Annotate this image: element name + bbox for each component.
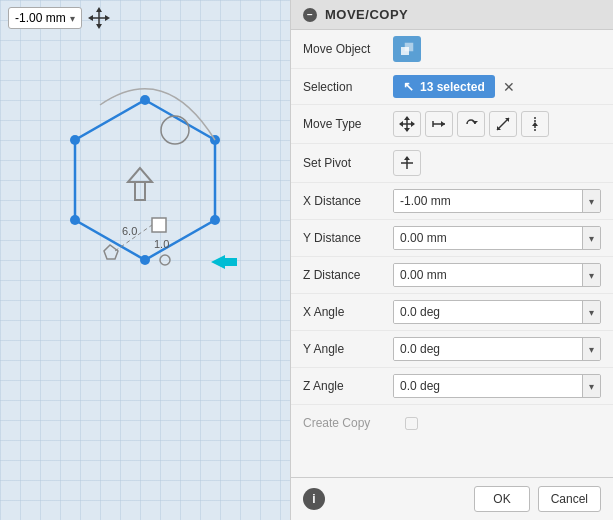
z-distance-row: Z Distance ▾	[291, 257, 613, 294]
svg-text:1.0: 1.0	[154, 238, 169, 250]
move-object-button[interactable]	[393, 36, 421, 62]
svg-text:6.0: 6.0	[122, 225, 137, 237]
y-distance-label: Y Distance	[303, 231, 393, 245]
svg-rect-16	[135, 182, 145, 200]
z-distance-dropdown-arrow[interactable]: ▾	[582, 264, 600, 286]
z-distance-content: ▾	[393, 263, 601, 287]
selection-badge[interactable]: ↖ 13 selected	[393, 75, 495, 98]
svg-rect-25	[405, 43, 413, 51]
move-object-row: Move Object	[291, 30, 613, 69]
cursor-icon: ↖	[403, 79, 414, 94]
svg-marker-28	[404, 116, 410, 120]
z-angle-input[interactable]	[394, 375, 582, 397]
svg-point-12	[70, 135, 80, 145]
ok-button[interactable]: OK	[474, 486, 529, 512]
y-angle-dropdown-arrow[interactable]: ▾	[582, 338, 600, 360]
x-distance-dropdown-arrow[interactable]: ▾	[582, 190, 600, 212]
canvas-svg: 6.0 1.0	[0, 0, 290, 520]
selection-content: ↖ 13 selected ✕	[393, 75, 601, 98]
panel-title: MOVE/COPY	[325, 7, 408, 22]
svg-rect-17	[152, 218, 166, 232]
x-angle-content: ▾	[393, 300, 601, 324]
svg-marker-35	[472, 121, 478, 124]
z-distance-input-wrapper: ▾	[393, 263, 601, 287]
svg-marker-15	[128, 168, 152, 182]
panel-body: Move Object Selection ↖ 13 selected ✕	[291, 30, 613, 477]
y-angle-input[interactable]	[394, 338, 582, 360]
set-pivot-content	[393, 150, 601, 176]
svg-rect-20	[225, 258, 237, 266]
move-type-buttons	[393, 111, 601, 137]
cancel-button[interactable]: Cancel	[538, 486, 601, 512]
x-distance-row: X Distance ▾	[291, 183, 613, 220]
move-type-translate-button[interactable]	[393, 111, 421, 137]
y-angle-row: Y Angle ▾	[291, 331, 613, 368]
canvas-area: -1.00 mm ▾	[0, 0, 290, 520]
set-pivot-button[interactable]	[393, 150, 421, 176]
x-distance-label: X Distance	[303, 194, 393, 208]
move-type-rotate-button[interactable]	[457, 111, 485, 137]
move-type-scale-button[interactable]	[489, 111, 517, 137]
z-angle-label: Z Angle	[303, 379, 393, 393]
svg-marker-29	[404, 128, 410, 132]
create-copy-checkbox[interactable]	[405, 417, 418, 430]
selection-label: Selection	[303, 80, 393, 94]
z-distance-input[interactable]	[394, 264, 582, 286]
svg-marker-6	[75, 100, 215, 260]
svg-marker-30	[399, 121, 403, 127]
create-copy-label: Create Copy	[303, 416, 393, 430]
svg-marker-19	[211, 255, 225, 269]
y-angle-input-wrapper: ▾	[393, 337, 601, 361]
move-type-row: Move Type	[291, 105, 613, 144]
x-angle-row: X Angle ▾	[291, 294, 613, 331]
panel-header: − MOVE/COPY	[291, 0, 613, 30]
panel: − MOVE/COPY Move Object Selection ↖	[290, 0, 613, 520]
move-object-label: Move Object	[303, 42, 393, 56]
x-angle-input[interactable]	[394, 301, 582, 323]
selection-count: 13 selected	[420, 80, 485, 94]
y-angle-content: ▾	[393, 337, 601, 361]
move-type-arrow-button[interactable]	[425, 111, 453, 137]
svg-point-7	[140, 95, 150, 105]
svg-point-10	[140, 255, 150, 265]
x-angle-dropdown-arrow[interactable]: ▾	[582, 301, 600, 323]
move-type-label: Move Type	[303, 117, 393, 131]
y-distance-dropdown-arrow[interactable]: ▾	[582, 227, 600, 249]
x-distance-input[interactable]	[394, 190, 582, 212]
y-distance-input[interactable]	[394, 227, 582, 249]
y-distance-input-wrapper: ▾	[393, 226, 601, 250]
move-type-align-button[interactable]	[521, 111, 549, 137]
svg-marker-33	[441, 121, 445, 127]
y-angle-label: Y Angle	[303, 342, 393, 356]
info-icon: i	[312, 492, 315, 506]
x-distance-input-wrapper: ▾	[393, 189, 601, 213]
y-distance-row: Y Distance ▾	[291, 220, 613, 257]
z-angle-input-wrapper: ▾	[393, 374, 601, 398]
info-button[interactable]: i	[303, 488, 325, 510]
x-distance-content: ▾	[393, 189, 601, 213]
svg-point-13	[161, 116, 189, 144]
x-angle-label: X Angle	[303, 305, 393, 319]
minus-icon: −	[307, 9, 313, 20]
z-distance-label: Z Distance	[303, 268, 393, 282]
svg-marker-31	[411, 121, 415, 127]
svg-marker-14	[104, 245, 118, 259]
svg-point-9	[210, 215, 220, 225]
set-pivot-label: Set Pivot	[303, 156, 393, 170]
svg-marker-40	[532, 122, 538, 126]
z-angle-dropdown-arrow[interactable]: ▾	[582, 375, 600, 397]
z-angle-content: ▾	[393, 374, 601, 398]
svg-marker-43	[404, 156, 410, 160]
panel-header-icon: −	[303, 8, 317, 22]
svg-point-18	[160, 255, 170, 265]
z-angle-row: Z Angle ▾	[291, 368, 613, 405]
selection-row: Selection ↖ 13 selected ✕	[291, 69, 613, 105]
selection-clear-button[interactable]: ✕	[499, 77, 519, 97]
svg-point-11	[70, 215, 80, 225]
y-distance-content: ▾	[393, 226, 601, 250]
x-angle-input-wrapper: ▾	[393, 300, 601, 324]
panel-footer: i OK Cancel	[291, 477, 613, 520]
set-pivot-row: Set Pivot	[291, 144, 613, 183]
move-object-content	[393, 36, 601, 62]
create-copy-row: Create Copy	[291, 405, 613, 441]
